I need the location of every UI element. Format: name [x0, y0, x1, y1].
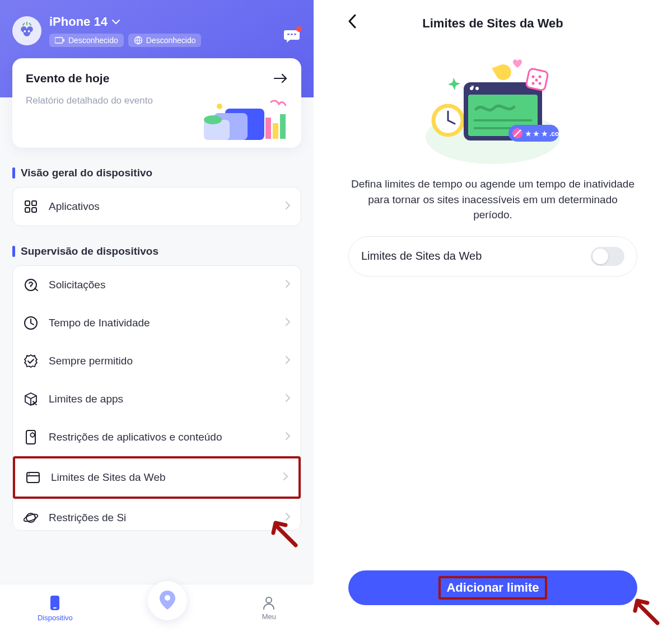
svg-point-49 [539, 76, 542, 78]
svg-point-15 [217, 104, 222, 109]
chevron-right-icon [285, 317, 291, 329]
svg-point-4 [28, 30, 30, 32]
planet-icon [23, 510, 39, 526]
item-label: Aplicativos [49, 200, 100, 213]
item-label: Tempo de Inatividade [49, 317, 150, 329]
section-device-overview: Visão geral do dispositivo [12, 167, 301, 179]
web-limits-toggle[interactable] [591, 247, 624, 266]
chat-icon[interactable] [283, 28, 300, 46]
network-tag: Desconhecido [128, 34, 202, 47]
add-limit-button[interactable]: Adicionar limite [348, 570, 637, 605]
description-text: Defina limites de tempo ou agende um tem… [336, 176, 650, 223]
requests-item[interactable]: Solicitações [13, 266, 301, 304]
globe-icon [134, 36, 143, 45]
nav-location[interactable] [148, 581, 187, 620]
battery-tag: Desconhecido [49, 34, 124, 47]
item-label: Limites de apps [49, 393, 123, 405]
apps-icon [23, 199, 39, 214]
svg-rect-9 [291, 34, 293, 35]
svg-point-29 [29, 474, 30, 475]
chevron-down-icon [112, 19, 120, 25]
tag-label: Desconhecido [68, 36, 118, 45]
svg-point-31 [24, 513, 38, 523]
event-illustration [192, 99, 292, 143]
battery-icon [55, 37, 65, 44]
clock-icon [23, 315, 39, 331]
svg-point-52 [535, 79, 538, 82]
bottom-nav: Dispositivo Meu [0, 584, 314, 632]
device-screen: iPhone 14 Desconhecido Desconhecido [0, 0, 314, 632]
svg-point-51 [539, 82, 542, 85]
downtime-item[interactable]: Tempo de Inatividade [13, 304, 301, 342]
button-label: Adicionar limite [438, 576, 547, 600]
user-icon [262, 596, 276, 610]
section-device-supervision: Supervisão de dispositivos [12, 245, 301, 258]
item-label: Restrições de Si [49, 512, 126, 524]
svg-rect-21 [25, 208, 30, 212]
nav-label: Dispositivo [38, 614, 73, 622]
item-label: Sempre permitido [49, 355, 133, 367]
item-label: Restrições de aplicativos e conteúdo [49, 431, 222, 443]
badge-check-icon [23, 353, 39, 369]
web-limits-screen: Limites de Sites da Web ★ ★ ★ .com [336, 0, 650, 632]
content-restrictions-item[interactable]: Restrições de aplicativos e conteúdo [13, 418, 301, 456]
request-icon [23, 277, 39, 293]
item-label: Solicitações [49, 279, 105, 291]
section-label: Supervisão de dispositivos [21, 245, 158, 258]
nav-me[interactable]: Meu [262, 596, 276, 621]
chevron-right-icon [285, 431, 291, 443]
svg-point-35 [266, 597, 272, 603]
device-name: iPhone 14 [49, 15, 108, 29]
svg-point-41 [475, 87, 479, 90]
chevron-right-icon [285, 279, 291, 291]
arrow-right-icon [273, 73, 288, 83]
device-selector[interactable]: iPhone 14 [49, 15, 301, 29]
location-pin-icon [158, 589, 177, 612]
svg-rect-20 [32, 201, 36, 205]
phone-gear-icon [23, 429, 39, 445]
browser-icon [25, 470, 41, 485]
section-label: Visão geral do dispositivo [21, 167, 152, 179]
svg-text:★ ★ ★ .com: ★ ★ ★ .com [525, 130, 565, 138]
web-limits-item[interactable]: Limites de Sites da Web [13, 456, 301, 499]
device-icon [48, 594, 62, 611]
svg-rect-17 [273, 123, 278, 139]
svg-rect-10 [294, 34, 296, 35]
svg-rect-8 [287, 34, 290, 35]
svg-rect-33 [53, 607, 57, 608]
item-label: Limites de Sites da Web [51, 471, 166, 484]
svg-point-2 [24, 29, 31, 36]
svg-rect-5 [55, 38, 63, 43]
svg-rect-6 [63, 39, 64, 41]
toggle-label: Limites de Sites da Web [361, 250, 482, 263]
cube-x-icon [23, 391, 39, 407]
nav-device[interactable]: Dispositivo [38, 594, 73, 622]
page-title: Limites de Sites da Web [347, 16, 638, 31]
chevron-right-icon [285, 355, 291, 367]
chevron-right-icon [285, 512, 291, 524]
always-allowed-item[interactable]: Sempre permitido [13, 342, 301, 380]
event-title: Evento de hoje [26, 72, 109, 85]
svg-point-3 [24, 30, 26, 32]
site-restrictions-item[interactable]: Restrições de Si [13, 499, 301, 530]
nav-label: Meu [262, 612, 276, 621]
annotation-arrow-icon [629, 595, 661, 626]
svg-point-48 [532, 76, 535, 78]
svg-point-50 [532, 82, 535, 85]
today-event-card[interactable]: Evento de hoje Relatório detalhado do ev… [12, 58, 301, 148]
app-limits-item[interactable]: Limites de apps [13, 380, 301, 418]
apps-item[interactable]: Aplicativos [13, 188, 301, 226]
svg-rect-18 [280, 114, 286, 139]
chevron-right-icon [285, 200, 291, 213]
avatar[interactable] [12, 16, 41, 45]
svg-rect-25 [26, 430, 35, 444]
tag-label: Desconhecido [146, 36, 196, 45]
svg-point-34 [165, 595, 170, 601]
svg-rect-19 [25, 201, 30, 205]
svg-point-14 [204, 115, 222, 124]
chevron-right-icon [285, 393, 291, 405]
web-limits-illustration: ★ ★ ★ .com [420, 53, 566, 165]
svg-rect-22 [32, 208, 36, 212]
web-limits-toggle-row: Limites de Sites da Web [348, 236, 637, 277]
chevron-right-icon [283, 471, 288, 484]
